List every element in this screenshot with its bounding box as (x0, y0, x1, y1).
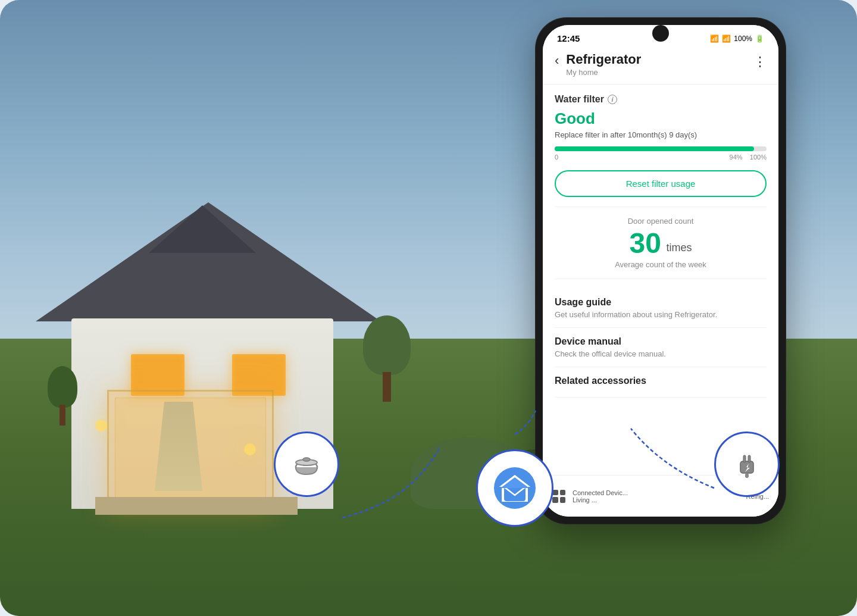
plug-svg (731, 448, 764, 481)
more-menu-button[interactable]: ⋮ (753, 54, 767, 70)
wifi-icon: 📶 (710, 35, 719, 43)
back-button[interactable]: ‹ (555, 53, 559, 68)
grid-cell-2 (560, 490, 566, 496)
header-title-group: Refrigerator My home (566, 52, 641, 77)
app-title: Refrigerator (566, 52, 641, 67)
device-manual-desc: Check the offical device manual. (555, 349, 767, 358)
usage-guide-title: Usage guide (555, 297, 767, 308)
tree-left (48, 366, 77, 426)
door-count-section: Door opened count 30 times Average count… (555, 207, 767, 279)
door-count-unit: times (666, 242, 692, 254)
floating-circle-right (714, 431, 780, 497)
water-filter-label: Water filter (555, 94, 604, 105)
tree-right (363, 315, 411, 402)
filter-description: Replace filter in after 10month(s) 9 day… (555, 130, 767, 139)
door-count-display: 30 times (555, 229, 767, 258)
svg-rect-7 (745, 473, 749, 478)
reset-filter-button[interactable]: Reset filter usage (555, 170, 767, 197)
grid-cell-4 (560, 497, 566, 503)
grid-cell-3 (552, 497, 558, 503)
filter-status: Good (555, 110, 767, 128)
battery-full-icon: 🔋 (755, 35, 764, 43)
bowl-icon (290, 448, 323, 481)
outdoor-light-2 (244, 443, 256, 455)
bottom-nav-labels: Connected Devic... Living ... (573, 489, 628, 504)
filter-bar-background (555, 146, 767, 151)
info-icon[interactable]: i (608, 95, 617, 104)
camera-notch (652, 25, 669, 42)
patio (95, 497, 298, 515)
nav-label-1: Connected Devic... (573, 489, 628, 496)
power-plug-icon (731, 448, 764, 481)
menu-item-device-manual[interactable]: Device manual Check the offical device m… (555, 328, 767, 367)
filter-bar-container: 0 94% 100% (555, 146, 767, 161)
filter-bar-labels: 0 94% 100% (555, 154, 767, 161)
water-filter-section: Water filter i Good Replace filter in af… (555, 94, 767, 197)
related-accessories-title: Related accessories (555, 376, 767, 386)
scene-container: 12:45 📶 📶 100% 🔋 ‹ Refrigerator My (0, 0, 857, 616)
app-subtitle: My home (566, 68, 641, 77)
device-manual-title: Device manual (555, 336, 767, 347)
smart-home-icon (494, 467, 536, 509)
battery-icon: 100% (734, 35, 752, 43)
header-left: ‹ Refrigerator My home (555, 52, 641, 77)
filter-bar-start: 0 (555, 154, 558, 161)
outdoor-light-1 (95, 420, 107, 431)
floating-circle-left (274, 431, 339, 497)
filter-bar-end: 94% 100% (730, 154, 767, 161)
bowl-svg (290, 448, 323, 481)
signal-icon: 📶 (722, 35, 731, 43)
door-count-number: 30 (630, 229, 661, 258)
nav-label-2: Living ... (573, 496, 628, 504)
svg-rect-5 (743, 455, 746, 462)
door-count-label: Door opened count (555, 217, 767, 226)
status-icons: 📶 📶 100% 🔋 (710, 35, 764, 43)
usage-guide-desc: Get useful information about using Refri… (555, 310, 767, 319)
status-time: 12:45 (557, 33, 580, 43)
menu-item-related-accessories[interactable]: Related accessories (555, 367, 767, 398)
door-count-sublabel: Average count of the week (555, 260, 767, 269)
menu-item-usage-guide[interactable]: Usage guide Get useful information about… (555, 289, 767, 328)
svg-point-2 (303, 458, 310, 461)
svg-rect-6 (748, 455, 750, 462)
app-header: ‹ Refrigerator My home ⋮ (543, 47, 778, 85)
water-filter-title: Water filter i (555, 94, 767, 105)
floating-circle-center (476, 449, 553, 527)
nav-grid-icon[interactable] (552, 490, 565, 503)
smart-home-svg (496, 469, 534, 508)
house-dormer (149, 205, 256, 253)
filter-bar-fill (555, 146, 754, 151)
